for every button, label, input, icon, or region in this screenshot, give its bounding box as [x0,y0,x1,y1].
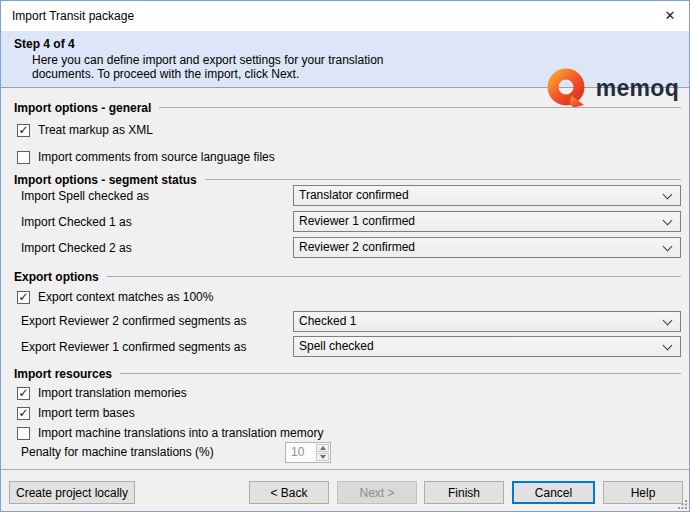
wizard-description-line2: documents. To proceed with the import, c… [32,67,299,81]
section-divider-line [205,179,681,180]
create-project-locally-button[interactable]: Create project locally [9,481,135,504]
checkbox-box[interactable]: ✓ [17,387,30,400]
chevron-down-icon [663,340,673,350]
section-title: Export options [14,270,99,284]
resize-grip-icon[interactable] [677,499,687,509]
checkbox-box[interactable]: ✓ [17,291,30,304]
check-icon: ✓ [18,292,28,303]
checkbox-label: Import comments from source language fil… [38,150,275,164]
checkbox-import-translation-memories[interactable]: ✓ Import translation memories [17,385,187,401]
section-import-options-general: Import options - general [14,100,681,115]
checkbox-import-term-bases[interactable]: ✓ Import term bases [17,405,135,421]
label-export-reviewer-2-confirmed: Export Reviewer 2 confirmed segments as [21,314,246,328]
label-import-checked-1-as: Import Checked 1 as [21,215,132,229]
checkbox-label: Import term bases [38,406,135,420]
checkbox-box[interactable] [17,427,30,440]
window-title: Import Transit package [12,1,134,31]
checkbox-label: Import translation memories [38,386,187,400]
dropdown-value: Reviewer 1 confirmed [299,212,415,231]
chevron-down-icon [663,241,673,251]
dropdown-import-checked-2-as[interactable]: Reviewer 2 confirmed [293,237,681,258]
dropdown-export-reviewer-1-confirmed[interactable]: Spell checked [293,336,681,357]
footer-divider [1,469,689,470]
memoq-logo-text: memoq [596,75,679,102]
checkbox-treat-markup-as-xml[interactable]: ✓ Treat markup as XML [17,122,153,138]
checkbox-import-machine-translations[interactable]: Import machine translations into a trans… [17,425,323,441]
section-divider-line [107,276,681,277]
check-icon: ✓ [18,388,28,399]
cancel-button[interactable]: Cancel [512,481,595,504]
button-label: < Back [270,486,307,500]
dropdown-value: Reviewer 2 confirmed [299,238,415,257]
close-icon: ✕ [665,8,676,23]
spinner-buttons [315,443,330,462]
chevron-down-icon [663,189,673,199]
checkbox-box[interactable]: ✓ [17,407,30,420]
dropdown-import-spell-checked-as[interactable]: Translator confirmed [293,185,681,206]
close-button[interactable]: ✕ [653,1,687,30]
wizard-header: Step 4 of 4 Here you can define import a… [1,31,689,88]
label-import-checked-2-as: Import Checked 2 as [21,241,132,255]
title-bar: Import Transit package ✕ [1,1,689,31]
wizard-description-line1: Here you can define import and export se… [32,53,384,67]
button-label: Create project locally [16,486,128,500]
dropdown-value: Checked 1 [299,312,356,331]
back-button[interactable]: < Back [249,481,329,504]
dropdown-value: Translator confirmed [299,186,409,205]
checkbox-export-context-matches[interactable]: ✓ Export context matches as 100% [17,289,213,305]
label-export-reviewer-1-confirmed: Export Reviewer 1 confirmed segments as [21,340,246,354]
label-import-spell-checked-as: Import Spell checked as [21,189,149,203]
button-label: Next > [359,486,394,500]
dropdown-export-reviewer-2-confirmed[interactable]: Checked 1 [293,311,681,332]
checkbox-label: Treat markup as XML [38,123,153,137]
checkbox-label: Import machine translations into a trans… [38,426,323,440]
section-title: Import options - general [14,101,151,115]
button-label: Help [631,486,656,500]
chevron-down-icon [663,315,673,325]
penalty-value: 10 [286,443,315,462]
button-label: Finish [448,486,480,500]
help-button[interactable]: Help [603,481,683,504]
section-export-options: Export options [14,269,681,284]
section-title: Import options - segment status [14,173,197,187]
check-icon: ✓ [18,408,28,419]
section-title: Import resources [14,367,112,381]
wizard-step-title: Step 4 of 4 [14,37,75,51]
checkbox-import-comments[interactable]: Import comments from source language fil… [17,149,275,165]
checkbox-label: Export context matches as 100% [38,290,213,304]
check-icon: ✓ [18,125,28,136]
finish-button[interactable]: Finish [424,481,504,504]
penalty-spinner[interactable]: 10 [285,442,331,463]
checkbox-box[interactable]: ✓ [17,124,30,137]
button-label: Cancel [535,486,572,500]
spinner-down-icon[interactable] [316,453,329,461]
spinner-up-icon[interactable] [316,444,329,452]
label-penalty-machine-translations: Penalty for machine translations (%) [21,445,214,459]
section-divider-line [159,107,681,108]
section-divider-line [120,373,681,374]
import-transit-package-dialog: Import Transit package ✕ Step 4 of 4 Her… [0,0,690,512]
section-import-resources: Import resources [14,366,681,381]
chevron-down-icon [663,215,673,225]
checkbox-box[interactable] [17,151,30,164]
next-button[interactable]: Next > [337,481,417,504]
dropdown-import-checked-1-as[interactable]: Reviewer 1 confirmed [293,211,681,232]
dropdown-value: Spell checked [299,337,374,356]
